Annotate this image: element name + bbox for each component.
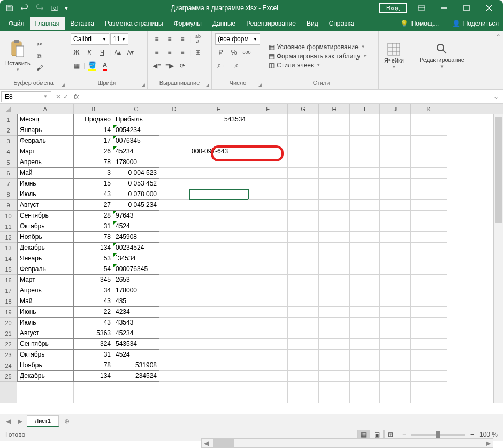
- wrap-text-icon[interactable]: ab↲: [192, 33, 204, 45]
- cell[interactable]: [189, 296, 248, 307]
- cell[interactable]: Июнь: [17, 307, 74, 318]
- cell[interactable]: 78: [74, 232, 113, 243]
- cell[interactable]: [380, 157, 411, 168]
- col-header[interactable]: K: [411, 104, 447, 114]
- col-header[interactable]: C: [113, 104, 159, 114]
- cell[interactable]: [319, 307, 350, 318]
- cell[interactable]: [189, 221, 248, 232]
- cell[interactable]: [248, 285, 288, 296]
- cell[interactable]: [350, 328, 380, 339]
- cell[interactable]: 45234: [113, 146, 159, 157]
- cell[interactable]: [411, 189, 447, 200]
- cell[interactable]: [248, 114, 288, 125]
- cell[interactable]: [248, 339, 288, 350]
- cell[interactable]: [350, 200, 380, 211]
- align-bottom-icon[interactable]: ≡: [177, 33, 188, 45]
- cell[interactable]: Ноябрь: [17, 360, 74, 371]
- cell[interactable]: 43543: [113, 318, 159, 328]
- login-button[interactable]: Вход: [379, 3, 407, 13]
- border-icon[interactable]: ▦: [71, 60, 82, 72]
- expand-formula-icon[interactable]: ⌄: [489, 93, 503, 101]
- cell[interactable]: [159, 157, 189, 168]
- cell[interactable]: [380, 179, 411, 189]
- cell[interactable]: [288, 328, 319, 339]
- cell[interactable]: 0 004 523: [113, 168, 159, 179]
- col-header[interactable]: E: [189, 104, 248, 114]
- align-left-icon[interactable]: ≡: [151, 47, 163, 58]
- page-break-view-icon[interactable]: ⊞: [384, 430, 397, 439]
- name-box[interactable]: E8▼: [1, 91, 51, 102]
- cell[interactable]: [288, 307, 319, 318]
- cell[interactable]: 54: [74, 264, 113, 275]
- tab-вид[interactable]: Вид: [301, 17, 324, 30]
- align-center-icon[interactable]: ≡: [164, 47, 176, 58]
- cell[interactable]: [350, 307, 380, 318]
- row-header[interactable]: 6: [0, 168, 17, 179]
- cell[interactable]: [189, 200, 248, 211]
- cell[interactable]: [189, 307, 248, 318]
- ribbon-options-icon[interactable]: [411, 1, 432, 16]
- cell[interactable]: [248, 179, 288, 189]
- align-top-icon[interactable]: ≡: [151, 33, 163, 45]
- cell[interactable]: [189, 243, 248, 253]
- number-format-combo[interactable]: (все форм▼: [215, 33, 260, 45]
- cell[interactable]: [159, 136, 189, 146]
- format-as-table-button[interactable]: ▤Форматировать как таблицу▼: [268, 52, 369, 60]
- cell[interactable]: [288, 114, 319, 125]
- font-size-combo[interactable]: 11▼: [110, 33, 128, 45]
- cell[interactable]: [189, 157, 248, 168]
- cell[interactable]: [248, 318, 288, 328]
- cell[interactable]: 0054234: [113, 125, 159, 136]
- dialog-launcher-icon[interactable]: ◢: [258, 82, 262, 88]
- cell[interactable]: 15: [74, 179, 113, 189]
- comma-icon[interactable]: 000: [241, 47, 253, 58]
- cell[interactable]: [248, 371, 288, 382]
- cell[interactable]: [288, 189, 319, 200]
- page-layout-view-icon[interactable]: ▣: [371, 430, 384, 439]
- cell[interactable]: [248, 264, 288, 275]
- cell[interactable]: [411, 157, 447, 168]
- dialog-launcher-icon[interactable]: ◢: [61, 82, 65, 88]
- cell[interactable]: [159, 200, 189, 211]
- cell[interactable]: [350, 146, 380, 157]
- cell[interactable]: [380, 275, 411, 285]
- cell[interactable]: Месяц: [17, 114, 74, 125]
- maximize-icon[interactable]: [456, 1, 477, 16]
- cell[interactable]: [319, 253, 350, 264]
- currency-icon[interactable]: ₽: [215, 47, 227, 58]
- cell[interactable]: [411, 371, 447, 382]
- cell[interactable]: [380, 168, 411, 179]
- cell[interactable]: [189, 318, 248, 328]
- cell[interactable]: [248, 125, 288, 136]
- cell[interactable]: [319, 371, 350, 382]
- select-all-corner[interactable]: [0, 104, 17, 114]
- cell[interactable]: [189, 232, 248, 243]
- formula-bar[interactable]: [81, 91, 489, 102]
- cell[interactable]: Декабрь: [17, 371, 74, 382]
- cell[interactable]: 0 078 000: [113, 189, 159, 200]
- cell[interactable]: [411, 125, 447, 136]
- share-button[interactable]: Поделиться: [463, 20, 499, 27]
- cells-button[interactable]: Ячейки ▼: [382, 41, 406, 71]
- cell[interactable]: [380, 371, 411, 382]
- cell[interactable]: [411, 200, 447, 211]
- cell[interactable]: [288, 232, 319, 243]
- tab-справка[interactable]: Справка: [324, 17, 360, 30]
- row-header[interactable]: 2: [0, 125, 17, 136]
- camera-icon[interactable]: [48, 2, 61, 14]
- cell[interactable]: Октябрь: [17, 350, 74, 360]
- spreadsheet-grid[interactable]: ABCDEFGHIJK 1МесяцПроданоПрибыль5435342Я…: [0, 104, 503, 414]
- cell[interactable]: [189, 264, 248, 275]
- cell[interactable]: 28: [74, 211, 113, 221]
- save-icon[interactable]: [3, 2, 16, 14]
- cell[interactable]: [350, 221, 380, 232]
- increase-font-icon[interactable]: A▴: [112, 47, 124, 58]
- minimize-icon[interactable]: [433, 1, 455, 16]
- row-header[interactable]: 7: [0, 179, 17, 189]
- cell[interactable]: [319, 168, 350, 179]
- cell[interactable]: Январь: [17, 253, 74, 264]
- cell[interactable]: 324: [74, 339, 113, 350]
- tab-данные[interactable]: Данные: [207, 17, 241, 30]
- merge-icon[interactable]: ⊞: [192, 47, 204, 58]
- row-header[interactable]: 21: [0, 328, 17, 339]
